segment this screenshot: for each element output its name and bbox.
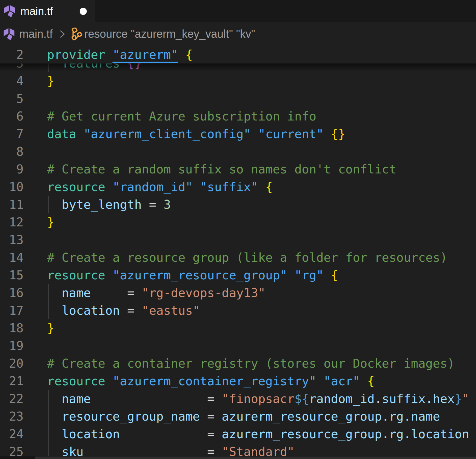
line-number[interactable]: 17 bbox=[0, 302, 24, 319]
terraform-file-icon bbox=[4, 4, 16, 18]
code-token bbox=[47, 304, 62, 317]
code-lines: 3 features {}4}56# Get current Azure sub… bbox=[0, 55, 476, 459]
tab-strip-empty bbox=[95, 0, 476, 22]
horizontal-scrollbar[interactable] bbox=[0, 456, 476, 459]
code-token: location bbox=[62, 304, 120, 317]
code-token: random_id bbox=[309, 392, 374, 406]
code-token: = bbox=[142, 198, 163, 212]
code-token: byte_length bbox=[62, 198, 142, 212]
code-content: } bbox=[47, 72, 54, 90]
line-number[interactable]: 20 bbox=[0, 355, 24, 372]
code-line-5[interactable]: 5 bbox=[0, 90, 476, 107]
code-token: ${ bbox=[294, 392, 309, 406]
code-token: resource bbox=[47, 374, 112, 388]
code-line-23[interactable]: 23 resource_group_name = azurerm_resourc… bbox=[0, 408, 476, 425]
line-number[interactable]: 14 bbox=[0, 249, 24, 266]
code-token: = bbox=[120, 304, 142, 317]
line-number[interactable]: 23 bbox=[0, 408, 24, 425]
code-content: byte_length = 3 bbox=[47, 196, 171, 213]
indent-guide bbox=[48, 196, 49, 213]
code-line-9[interactable]: 9# Create a random suffix so names don't… bbox=[0, 160, 476, 178]
code-line-18[interactable]: 18} bbox=[0, 319, 476, 337]
code-token: 3 bbox=[164, 198, 171, 212]
code-token bbox=[360, 374, 367, 388]
code-line-11[interactable]: 11 byte_length = 3 bbox=[0, 196, 476, 213]
breadcrumb-file-item[interactable]: main.tf bbox=[3, 27, 53, 41]
code-line-10[interactable]: 10resource "random_id" "suffix" { bbox=[0, 178, 476, 196]
code-line-4[interactable]: 4} bbox=[0, 72, 476, 90]
code-token: azurerm_resource_group bbox=[222, 409, 382, 423]
code-token bbox=[287, 268, 294, 282]
code-line-20[interactable]: 20# Create a container registry (stores … bbox=[0, 355, 476, 372]
indent-guide bbox=[48, 390, 49, 408]
line-number[interactable]: 7 bbox=[0, 125, 24, 143]
horizontal-scrollbar-thumb[interactable] bbox=[35, 457, 476, 459]
line-number[interactable]: 24 bbox=[0, 425, 24, 443]
code-content: location = azurerm_resource_group.rg.loc… bbox=[47, 425, 469, 443]
code-line-19[interactable]: 19 bbox=[0, 337, 476, 355]
line-number[interactable]: 16 bbox=[0, 284, 24, 302]
line-number[interactable]: 10 bbox=[0, 178, 24, 196]
indent-guide bbox=[48, 284, 49, 302]
code-token: = bbox=[91, 286, 142, 300]
code-token: } bbox=[455, 392, 462, 406]
code-content: name = "rg-devops-day13" bbox=[47, 284, 265, 302]
code-editor[interactable]: 3 features {}4}56# Get current Azure sub… bbox=[0, 46, 476, 459]
code-line-12[interactable]: 12} bbox=[0, 213, 476, 231]
line-number[interactable]: 8 bbox=[0, 143, 24, 160]
code-line-22[interactable]: 22 name = "finopsacr${random_id.suffix.h… bbox=[0, 390, 476, 408]
code-line-14[interactable]: 14# Create a resource group (like a fold… bbox=[0, 249, 476, 266]
code-token: "azurerm_resource_group" bbox=[112, 268, 287, 282]
line-number[interactable]: 5 bbox=[0, 90, 24, 107]
tab-main-tf[interactable]: main.tf bbox=[0, 0, 95, 22]
line-number[interactable]: 9 bbox=[0, 160, 24, 178]
code-token: } bbox=[47, 215, 54, 229]
code-line-15[interactable]: 15resource "azurerm_resource_group" "rg"… bbox=[0, 266, 476, 284]
code-line-8[interactable]: 8 bbox=[0, 143, 476, 160]
code-token: "finopsacr bbox=[222, 392, 295, 406]
line-number[interactable]: 6 bbox=[0, 107, 24, 125]
sticky-scroll-line[interactable]: 2provider "azurerm" { bbox=[0, 46, 476, 63]
code-line-21[interactable]: 21resource "azurerm_container_registry" … bbox=[0, 372, 476, 390]
code-line-7[interactable]: 7data "azurerm_client_config" "current" … bbox=[0, 125, 476, 143]
code-token: "acr" bbox=[324, 374, 360, 388]
code-content: resource "azurerm_container_registry" "a… bbox=[47, 372, 375, 390]
code-token bbox=[47, 427, 62, 441]
code-content: } bbox=[47, 319, 54, 337]
line-number[interactable]: 15 bbox=[0, 266, 24, 284]
breadcrumb-file-label: main.tf bbox=[19, 28, 53, 41]
code-token bbox=[324, 127, 331, 141]
code-token: "azurerm_client_config" bbox=[83, 127, 251, 141]
line-number[interactable]: 18 bbox=[0, 319, 24, 337]
vscode-window: main.tf main.tf bbox=[0, 0, 476, 459]
chevron-right-icon bbox=[58, 29, 66, 39]
code-line-24[interactable]: 24 location = azurerm_resource_group.rg.… bbox=[0, 425, 476, 443]
code-content: # Get current Azure subscription info bbox=[47, 107, 316, 125]
line-number[interactable]: 19 bbox=[0, 337, 24, 355]
code-token: "rg" bbox=[294, 268, 324, 282]
code-line-2[interactable]: 2provider "azurerm" { bbox=[0, 46, 476, 63]
indent-guide bbox=[48, 425, 49, 443]
code-line-17[interactable]: 17 location = "eastus" bbox=[0, 302, 476, 319]
code-token: { bbox=[331, 268, 338, 282]
line-number[interactable]: 13 bbox=[0, 231, 24, 249]
breadcrumb-symbol-item[interactable]: resource "azurerm_key_vault" "kv" bbox=[69, 28, 255, 41]
breadcrumb: main.tf resource "azurerm_key_vault" "kv… bbox=[0, 22, 476, 46]
code-token: name bbox=[411, 409, 440, 423]
code-token bbox=[316, 374, 324, 388]
code-token: azurerm_resource_group bbox=[222, 427, 382, 441]
line-number[interactable]: 12 bbox=[0, 213, 24, 231]
line-number[interactable]: 21 bbox=[0, 372, 24, 390]
code-line-16[interactable]: 16 name = "rg-devops-day13" bbox=[0, 284, 476, 302]
code-line-6[interactable]: 6# Get current Azure subscription info bbox=[0, 107, 476, 125]
modified-indicator-dot[interactable] bbox=[80, 8, 87, 15]
code-line-13[interactable]: 13 bbox=[0, 231, 476, 249]
line-number[interactable]: 11 bbox=[0, 196, 24, 213]
code-content: resource "random_id" "suffix" { bbox=[47, 178, 273, 196]
code-token: . bbox=[375, 392, 382, 406]
line-number[interactable]: 4 bbox=[0, 72, 24, 90]
line-number[interactable]: 22 bbox=[0, 390, 24, 408]
line-number[interactable]: 2 bbox=[0, 46, 24, 63]
breadcrumb-symbol-label: resource "azurerm_key_vault" "kv" bbox=[84, 28, 255, 41]
code-token: resource_group_name bbox=[62, 409, 200, 423]
